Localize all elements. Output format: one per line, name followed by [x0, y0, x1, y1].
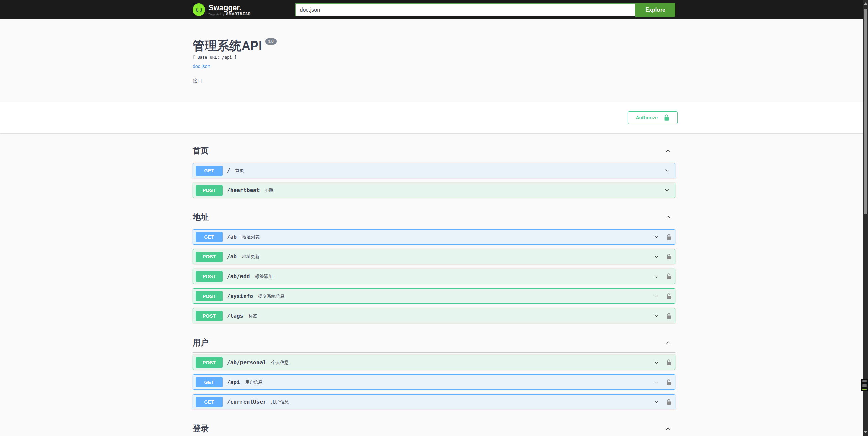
scrollbar-thumb[interactable] — [864, 9, 867, 214]
operation-row[interactable]: GET /currentUser 用户信息 — [193, 394, 675, 409]
lock-icon[interactable] — [667, 399, 671, 405]
lock-icon[interactable] — [667, 379, 671, 385]
operation-row[interactable]: POST /ab/personal 个人信息 — [193, 355, 675, 370]
lock-icon[interactable] — [667, 313, 671, 319]
operation-row[interactable]: GET /api 用户信息 — [193, 374, 675, 390]
swagger-logo-text: Swagger. — [208, 4, 251, 12]
operation-description: 首页 — [235, 168, 244, 174]
method-badge: GET — [196, 397, 223, 407]
operation-row[interactable]: POST /sysinfo 提交系统信息 — [193, 288, 675, 304]
chevron-down-icon[interactable] — [654, 254, 659, 259]
operation-path: /currentUser — [227, 399, 266, 405]
chevron-down-icon[interactable] — [654, 234, 659, 239]
chevron-down-icon[interactable] — [665, 188, 670, 193]
method-badge: POST — [196, 185, 223, 196]
operation-path: /ab — [227, 234, 237, 240]
chevron-down-icon[interactable] — [665, 168, 670, 173]
operation-row[interactable]: GET / 首页 — [193, 163, 675, 178]
authorize-label: Authorize — [636, 115, 658, 120]
tag-title: 首页 — [193, 145, 209, 156]
minimap-line — [862, 384, 867, 385]
tag-section-header[interactable]: 地址 — [193, 212, 675, 227]
method-badge: POST — [196, 252, 223, 262]
operation-path: /ab/add — [227, 273, 250, 280]
chevron-up-icon[interactable] — [666, 426, 671, 431]
spec-doc-link[interactable]: doc.json — [193, 64, 210, 69]
swagger-logo[interactable]: {…} Swagger. Supported by SMARTBEAR — [193, 3, 251, 16]
operation-list: POST /ab/personal 个人信息 GET /api 用户信息 — [193, 355, 675, 409]
chevron-up-icon[interactable] — [666, 148, 671, 153]
operation-description: 心跳 — [265, 187, 273, 194]
lock-icon[interactable] — [667, 273, 671, 280]
tag-title: 地址 — [193, 212, 209, 222]
version-badge: 1.0 — [265, 38, 277, 45]
chevron-down-icon[interactable] — [654, 380, 659, 385]
tag-title: 用户 — [193, 337, 209, 348]
lock-icon[interactable] — [667, 234, 671, 240]
explore-button[interactable]: Explore — [635, 3, 675, 17]
base-url: [ Base URL: /api ] — [193, 55, 675, 60]
operation-row[interactable]: POST /heartbeat 心跳 — [193, 183, 675, 198]
api-tag-section: 首页 GET / 首页 POST /heartbeat 心跳 — [193, 145, 675, 198]
api-description: 接口 — [193, 78, 675, 84]
lock-icon[interactable] — [667, 359, 671, 366]
info-section: 管理系统API 1.0 [ Base URL: /api ] doc.json … — [186, 19, 682, 84]
chevron-down-icon[interactable] — [654, 399, 659, 404]
operation-description: 地址列表 — [242, 234, 260, 240]
method-badge: POST — [196, 291, 223, 301]
minimap-line — [862, 380, 867, 381]
operation-row[interactable]: GET /ab 地址列表 — [193, 229, 675, 245]
authorize-button[interactable]: Authorize — [628, 111, 678, 124]
smartbear-brand: SMARTBEAR — [226, 12, 251, 16]
operation-path: /api — [227, 379, 240, 385]
spec-url-input[interactable] — [295, 3, 635, 16]
operation-description: 用户信息 — [271, 399, 289, 405]
operation-path: /ab/personal — [227, 359, 266, 366]
tag-section-header[interactable]: 首页 — [193, 145, 675, 161]
method-badge: GET — [196, 232, 223, 242]
chevron-up-icon[interactable] — [666, 215, 671, 220]
tag-section-header[interactable]: 用户 — [193, 337, 675, 353]
chevron-down-icon[interactable] — [654, 294, 659, 299]
operation-description: 标签添加 — [255, 273, 272, 280]
operations: 首页 GET / 首页 POST /heartbeat 心跳 — [186, 145, 682, 436]
chevron-down-icon[interactable] — [654, 274, 659, 279]
supported-by-label: Supported by — [208, 13, 225, 16]
api-tag-section: 用户 POST /ab/personal 个人信息 GET /api 用户信息 — [193, 337, 675, 409]
minimap-line — [862, 381, 867, 382]
swagger-logo-icon: {…} — [193, 3, 205, 16]
lock-icon[interactable] — [667, 293, 671, 299]
tag-section-header[interactable]: 登录 — [193, 423, 675, 436]
api-tag-section: 地址 GET /ab 地址列表 POST /ab 地址更新 — [193, 212, 675, 323]
tag-title: 登录 — [193, 423, 209, 434]
minimap-line — [862, 383, 867, 383]
method-badge: POST — [196, 271, 223, 282]
lock-icon[interactable] — [667, 254, 671, 260]
scrollbar-track[interactable] — [863, 0, 868, 436]
scroll-up-arrow-icon[interactable] — [864, 2, 867, 5]
chevron-down-icon[interactable] — [654, 360, 659, 365]
method-badge: POST — [196, 357, 223, 368]
chevron-up-icon[interactable] — [666, 340, 671, 345]
scroll-down-arrow-icon[interactable] — [864, 431, 868, 433]
operation-row[interactable]: POST /ab 地址更新 — [193, 249, 675, 264]
spec-url-form: Explore — [295, 3, 675, 17]
operation-path: /ab — [227, 253, 237, 260]
minimap-line — [862, 388, 867, 388]
method-badge: GET — [196, 166, 223, 176]
unlock-icon — [664, 114, 669, 121]
chevron-down-icon[interactable] — [654, 313, 659, 318]
operation-description: 标签 — [248, 313, 257, 319]
page-title: 管理系统API — [193, 40, 262, 52]
api-tag-section: 登录 POST /login 登录 POST /login/outLogin 退… — [193, 423, 675, 436]
operation-row[interactable]: POST /ab/add 标签添加 — [193, 269, 675, 284]
operation-path: / — [227, 167, 230, 174]
operation-description: 地址更新 — [242, 254, 260, 260]
scrollbar-minimap[interactable] — [861, 379, 868, 391]
operation-row[interactable]: POST /tags 标签 — [193, 308, 675, 323]
operation-list: GET / 首页 POST /heartbeat 心跳 — [193, 163, 675, 198]
operation-description: 用户信息 — [245, 379, 263, 385]
operation-path: /heartbeat — [227, 187, 260, 194]
method-badge: POST — [196, 311, 223, 321]
minimap-line — [862, 385, 867, 386]
